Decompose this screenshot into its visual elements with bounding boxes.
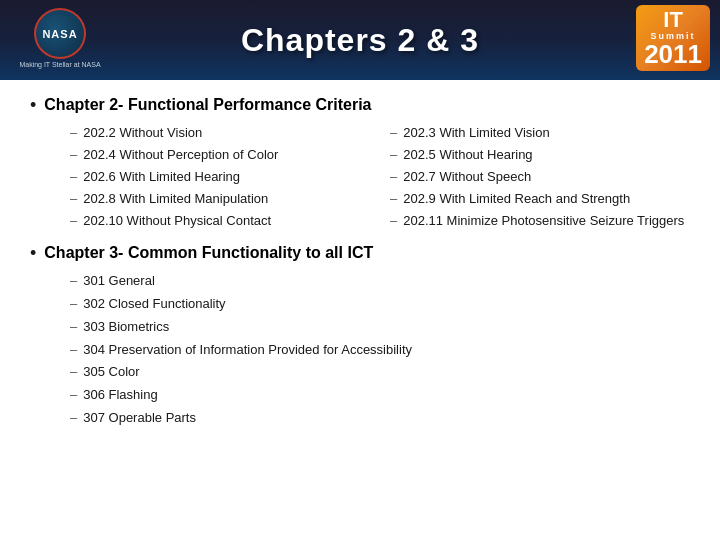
item-text: 304 Preservation of Information Provided… — [83, 339, 412, 362]
dash-icon: – — [390, 144, 397, 166]
chapter2-title: Chapter 2- Functional Performance Criter… — [44, 96, 371, 114]
item-text: 202.4 Without Perception of Color — [83, 144, 278, 166]
list-item: –202.4 Without Perception of Color — [70, 144, 370, 166]
item-text: 302 Closed Functionality — [83, 293, 225, 316]
item-text: 305 Color — [83, 361, 139, 384]
item-text: 202.6 With Limited Hearing — [83, 166, 240, 188]
list-item: –305 Color — [70, 361, 690, 384]
item-text: 202.3 With Limited Vision — [403, 122, 549, 144]
chapter3-bullet: • — [30, 243, 36, 264]
list-item: –307 Operable Parts — [70, 407, 690, 430]
dash-icon: – — [70, 293, 77, 316]
list-item: –301 General — [70, 270, 690, 293]
dash-icon: – — [70, 166, 77, 188]
item-text: 202.7 Without Speech — [403, 166, 531, 188]
list-item: –202.10 Without Physical Contact — [70, 210, 370, 232]
dash-icon: – — [70, 361, 77, 384]
item-text: 202.5 Without Hearing — [403, 144, 532, 166]
list-item: –202.7 Without Speech — [390, 166, 690, 188]
list-item: –202.11 Minimize Photosensitive Seizure … — [390, 210, 690, 232]
dash-icon: – — [70, 188, 77, 210]
dash-icon: – — [70, 144, 77, 166]
nasa-circle: NASA — [34, 8, 86, 59]
list-item: –304 Preservation of Information Provide… — [70, 339, 690, 362]
dash-icon: – — [390, 166, 397, 188]
dash-icon: – — [390, 188, 397, 210]
item-text: 306 Flashing — [83, 384, 157, 407]
dash-icon: – — [70, 384, 77, 407]
summit-year: 2011 — [644, 41, 702, 67]
item-text: 202.11 Minimize Photosensitive Seizure T… — [403, 210, 684, 232]
page-title: Chapters 2 & 3 — [241, 22, 479, 59]
item-text: 307 Operable Parts — [83, 407, 196, 430]
chapter2-header: • Chapter 2- Functional Performance Crit… — [30, 96, 690, 116]
main-content: • Chapter 2- Functional Performance Crit… — [0, 80, 720, 452]
list-item: –202.6 With Limited Hearing — [70, 166, 370, 188]
dash-icon: – — [70, 122, 77, 144]
chapter3-section: • Chapter 3- Common Functionality to all… — [30, 244, 690, 429]
list-item: –202.9 With Limited Reach and Strength — [390, 188, 690, 210]
nasa-subtitle: Making IT Stellar at NASA — [19, 61, 100, 68]
list-item: –202.8 With Limited Manipulation — [70, 188, 370, 210]
item-text: 202.10 Without Physical Contact — [83, 210, 271, 232]
list-item: –202.5 Without Hearing — [390, 144, 690, 166]
chapter2-items: –202.2 Without Vision–202.3 With Limited… — [70, 122, 690, 232]
chapter3-header: • Chapter 3- Common Functionality to all… — [30, 244, 690, 264]
item-text: 202.9 With Limited Reach and Strength — [403, 188, 630, 210]
dash-icon: – — [70, 270, 77, 293]
chapter2-section: • Chapter 2- Functional Performance Crit… — [30, 96, 690, 232]
list-item: –302 Closed Functionality — [70, 293, 690, 316]
header: NASA Making IT Stellar at NASA Chapters … — [0, 0, 720, 80]
item-text: 202.2 Without Vision — [83, 122, 202, 144]
dash-icon: – — [70, 339, 77, 362]
list-item: –202.3 With Limited Vision — [390, 122, 690, 144]
chapter3-items: –301 General–302 Closed Functionality–30… — [70, 270, 690, 429]
dash-icon: – — [390, 210, 397, 232]
summit-it-text: IT — [644, 9, 702, 31]
chapter3-title: Chapter 3- Common Functionality to all I… — [44, 244, 373, 262]
it-summit-logo: IT Summit 2011 — [636, 5, 710, 71]
list-item: –306 Flashing — [70, 384, 690, 407]
nasa-text: NASA — [42, 28, 77, 40]
dash-icon: – — [70, 210, 77, 232]
dash-icon: – — [70, 316, 77, 339]
list-item: –303 Biometrics — [70, 316, 690, 339]
item-text: 202.8 With Limited Manipulation — [83, 188, 268, 210]
dash-icon: – — [390, 122, 397, 144]
chapter2-bullet: • — [30, 95, 36, 116]
dash-icon: – — [70, 407, 77, 430]
item-text: 303 Biometrics — [83, 316, 169, 339]
nasa-logo: NASA Making IT Stellar at NASA — [10, 8, 110, 68]
item-text: 301 General — [83, 270, 155, 293]
list-item: –202.2 Without Vision — [70, 122, 370, 144]
